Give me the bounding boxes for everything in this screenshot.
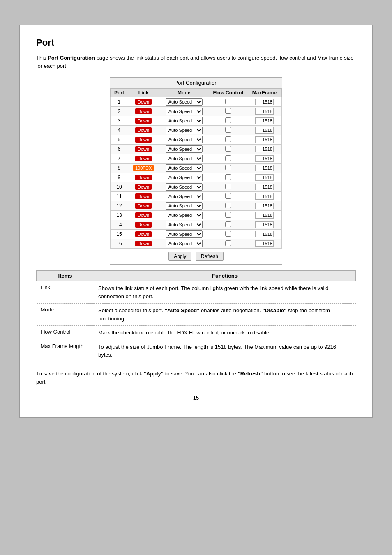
mode-select[interactable]: Auto SpeedDisable10 Half10 Full100 Half1…: [166, 183, 203, 191]
maxframe-input[interactable]: [255, 146, 274, 152]
mode-select[interactable]: Auto SpeedDisable10 Half10 Full100 Half1…: [166, 212, 203, 219]
maxframe-input[interactable]: [255, 231, 274, 237]
port-flow-control[interactable]: [209, 154, 247, 164]
port-mode[interactable]: Auto SpeedDisable10 Half10 Full100 Half1…: [159, 154, 209, 164]
port-mode[interactable]: Auto SpeedDisable10 Half10 Full100 Half1…: [159, 173, 209, 182]
port-maxframe[interactable]: [247, 220, 281, 230]
maxframe-input[interactable]: [255, 221, 274, 228]
maxframe-input[interactable]: [255, 240, 274, 247]
port-maxframe[interactable]: [247, 126, 281, 135]
port-mode[interactable]: Auto SpeedDisable10 Half10 Full100 Half1…: [159, 145, 209, 154]
port-mode[interactable]: Auto SpeedDisable10 Half10 Full100 Half1…: [159, 192, 209, 201]
port-flow-control[interactable]: [209, 97, 247, 107]
port-maxframe[interactable]: [247, 239, 281, 249]
port-mode[interactable]: Auto SpeedDisable10 Half10 Full100 Half1…: [159, 230, 209, 239]
mode-select[interactable]: Auto SpeedDisable10 Half10 Full100 Half1…: [166, 127, 203, 134]
mode-select[interactable]: Auto SpeedDisable10 Half10 Full100 Half1…: [166, 221, 203, 228]
flow-control-checkbox[interactable]: [225, 240, 231, 246]
maxframe-input[interactable]: [255, 212, 274, 219]
port-flow-control[interactable]: [209, 239, 247, 249]
port-mode[interactable]: Auto SpeedDisable10 Half10 Full100 Half1…: [159, 211, 209, 220]
flow-control-checkbox[interactable]: [225, 146, 231, 152]
port-maxframe[interactable]: [247, 145, 281, 154]
port-maxframe[interactable]: [247, 201, 281, 211]
maxframe-input[interactable]: [255, 155, 274, 162]
port-mode[interactable]: Auto SpeedDisable10 Half10 Full100 Half1…: [159, 107, 209, 116]
port-maxframe[interactable]: [247, 173, 281, 182]
port-flow-control[interactable]: [209, 192, 247, 201]
port-mode[interactable]: Auto SpeedDisable10 Half10 Full100 Half1…: [159, 135, 209, 145]
port-flow-control[interactable]: [209, 135, 247, 145]
flow-control-checkbox[interactable]: [225, 127, 231, 133]
port-mode[interactable]: Auto SpeedDisable10 Half10 Full100 Half1…: [159, 182, 209, 192]
maxframe-input[interactable]: [255, 136, 274, 143]
port-maxframe[interactable]: [247, 107, 281, 116]
port-flow-control[interactable]: [209, 116, 247, 126]
maxframe-input[interactable]: [255, 165, 274, 171]
mode-select[interactable]: Auto SpeedDisable10 Half10 Full100 Half1…: [166, 202, 203, 210]
port-maxframe[interactable]: [247, 154, 281, 164]
flow-control-checkbox[interactable]: [225, 136, 231, 142]
mode-select[interactable]: Auto SpeedDisable10 Half10 Full100 Half1…: [166, 155, 203, 162]
flow-control-checkbox[interactable]: [225, 165, 231, 170]
port-maxframe[interactable]: [247, 192, 281, 201]
maxframe-input[interactable]: [255, 184, 274, 190]
maxframe-input[interactable]: [255, 193, 274, 200]
port-flow-control[interactable]: [209, 145, 247, 154]
port-flow-control[interactable]: [209, 126, 247, 135]
mode-select[interactable]: Auto SpeedDisable10 Half10 Full100 Half1…: [166, 193, 203, 200]
port-maxframe[interactable]: [247, 182, 281, 192]
port-flow-control[interactable]: [209, 164, 247, 173]
port-mode[interactable]: Auto SpeedDisable10 Half10 Full100 Half1…: [159, 116, 209, 126]
maxframe-input[interactable]: [255, 108, 274, 115]
refresh-button[interactable]: Refresh: [196, 252, 224, 261]
port-flow-control[interactable]: [209, 230, 247, 239]
port-flow-control[interactable]: [209, 201, 247, 211]
mode-select[interactable]: Auto SpeedDisable10 Half10 Full100 Half1…: [166, 164, 203, 172]
flow-control-checkbox[interactable]: [225, 184, 231, 189]
flow-control-checkbox[interactable]: [225, 174, 231, 180]
flow-control-checkbox[interactable]: [225, 155, 231, 161]
port-flow-control[interactable]: [209, 182, 247, 192]
port-maxframe[interactable]: [247, 211, 281, 220]
port-flow-control[interactable]: [209, 220, 247, 230]
mode-select[interactable]: Auto SpeedDisable10 Half10 Full100 Half1…: [166, 240, 203, 247]
port-number: 10: [111, 182, 128, 192]
mode-select[interactable]: Auto SpeedDisable10 Half10 Full100 Half1…: [166, 117, 203, 124]
flow-control-checkbox[interactable]: [225, 212, 231, 218]
mode-select[interactable]: Auto SpeedDisable10 Half10 Full100 Half1…: [166, 108, 203, 115]
port-mode[interactable]: Auto SpeedDisable10 Half10 Full100 Half1…: [159, 164, 209, 173]
mode-select[interactable]: Auto SpeedDisable10 Half10 Full100 Half1…: [166, 174, 203, 181]
port-flow-control[interactable]: [209, 211, 247, 220]
port-mode[interactable]: Auto SpeedDisable10 Half10 Full100 Half1…: [159, 220, 209, 230]
maxframe-input[interactable]: [255, 127, 274, 134]
flow-control-checkbox[interactable]: [225, 221, 231, 227]
maxframe-input[interactable]: [255, 117, 274, 124]
port-mode[interactable]: Auto SpeedDisable10 Half10 Full100 Half1…: [159, 201, 209, 211]
port-mode[interactable]: Auto SpeedDisable10 Half10 Full100 Half1…: [159, 126, 209, 135]
mode-select[interactable]: Auto SpeedDisable10 Half10 Full100 Half1…: [166, 136, 203, 143]
mode-select[interactable]: Auto SpeedDisable10 Half10 Full100 Half1…: [166, 145, 203, 153]
flow-control-checkbox[interactable]: [225, 203, 231, 208]
mode-select[interactable]: Auto SpeedDisable10 Half10 Full100 Half1…: [166, 230, 203, 238]
port-maxframe[interactable]: [247, 135, 281, 145]
link-badge: Down: [135, 146, 152, 152]
maxframe-input[interactable]: [255, 174, 274, 181]
port-maxframe[interactable]: [247, 230, 281, 239]
mode-select[interactable]: Auto SpeedDisable10 Half10 Full100 Half1…: [166, 98, 203, 106]
port-flow-control[interactable]: [209, 107, 247, 116]
port-mode[interactable]: Auto SpeedDisable10 Half10 Full100 Half1…: [159, 239, 209, 249]
flow-control-checkbox[interactable]: [225, 117, 231, 123]
port-maxframe[interactable]: [247, 116, 281, 126]
port-maxframe[interactable]: [247, 164, 281, 173]
maxframe-input[interactable]: [255, 203, 274, 209]
maxframe-input[interactable]: [255, 99, 274, 105]
flow-control-checkbox[interactable]: [225, 231, 231, 237]
port-maxframe[interactable]: [247, 97, 281, 107]
port-mode[interactable]: Auto SpeedDisable10 Half10 Full100 Half1…: [159, 97, 209, 107]
flow-control-checkbox[interactable]: [225, 108, 231, 114]
flow-control-checkbox[interactable]: [225, 193, 231, 199]
flow-control-checkbox[interactable]: [225, 99, 231, 104]
apply-button[interactable]: Apply: [168, 252, 191, 261]
port-flow-control[interactable]: [209, 173, 247, 182]
